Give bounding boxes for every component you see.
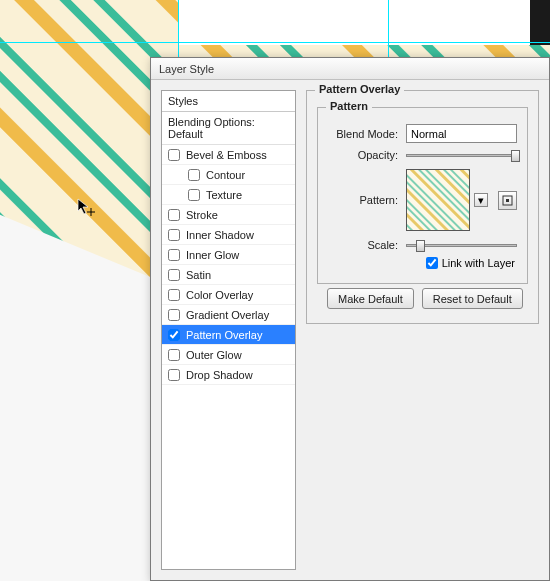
style-item-inner-glow[interactable]: Inner Glow [162,245,295,265]
style-item-checkbox[interactable] [168,289,180,301]
guide-horizontal[interactable] [0,42,550,43]
style-item-label: Inner Shadow [186,229,254,241]
style-item-checkbox[interactable] [168,229,180,241]
pattern-swatch[interactable] [406,169,470,231]
cursor-pointer-icon [77,198,95,216]
settings-panel: Pattern Overlay Pattern Blend Mode: Norm… [306,90,539,570]
style-item-checkbox[interactable] [168,369,180,381]
style-item-drop-shadow[interactable]: Drop Shadow [162,365,295,385]
svg-rect-11 [506,199,509,202]
reset-default-label: Reset to Default [433,293,512,305]
style-item-checkbox[interactable] [168,209,180,221]
style-item-label: Bevel & Emboss [186,149,267,161]
style-item-label: Satin [186,269,211,281]
reset-default-button[interactable]: Reset to Default [422,288,523,309]
style-item-label: Drop Shadow [186,369,253,381]
style-item-satin[interactable]: Satin [162,265,295,285]
style-item-outer-glow[interactable]: Outer Glow [162,345,295,365]
pattern-overlay-group: Pattern Overlay Pattern Blend Mode: Norm… [306,90,539,324]
pattern-swatch-preview [406,169,470,231]
pattern-row: Pattern: [328,169,517,231]
style-item-label: Color Overlay [186,289,253,301]
blend-mode-select[interactable]: Normal [406,124,517,143]
styles-header[interactable]: Styles [162,91,295,112]
slider-thumb[interactable] [416,240,425,252]
group-title: Pattern Overlay [315,83,404,95]
make-default-label: Make Default [338,293,403,305]
snap-origin-icon [502,195,513,206]
style-item-checkbox[interactable] [168,149,180,161]
snap-to-origin-button[interactable] [498,191,517,210]
pattern-picker-dropdown[interactable]: ▾ [474,193,488,207]
style-item-checkbox[interactable] [188,169,200,181]
pattern-inner-group: Pattern Blend Mode: Normal Opacity: [317,107,528,284]
style-item-label: Inner Glow [186,249,239,261]
style-item-label: Texture [206,189,242,201]
scale-slider[interactable] [406,244,517,247]
dialog-titlebar[interactable]: Layer Style [151,58,549,80]
style-list: Bevel & EmbossContourTextureStrokeInner … [162,145,295,569]
styles-panel: Styles Blending Options: Default Bevel &… [161,90,296,570]
style-item-label: Pattern Overlay [186,329,262,341]
blend-mode-row: Blend Mode: Normal [328,124,517,143]
dialog-body: Styles Blending Options: Default Bevel &… [151,80,549,580]
style-item-checkbox[interactable] [188,189,200,201]
style-item-label: Contour [206,169,245,181]
dialog-title: Layer Style [159,63,214,75]
canvas-dark-strip [530,0,550,45]
make-default-button[interactable]: Make Default [327,288,414,309]
svg-rect-9 [406,169,470,231]
default-buttons-row: Make Default Reset to Default [317,288,528,309]
style-item-checkbox[interactable] [168,349,180,361]
style-item-checkbox[interactable] [168,309,180,321]
style-item-bevel-emboss[interactable]: Bevel & Emboss [162,145,295,165]
link-with-layer-row: Link with Layer [328,257,517,269]
opacity-row: Opacity: [328,149,517,161]
inner-group-title: Pattern [326,100,372,112]
blend-mode-value: Normal [411,128,446,140]
style-item-stroke[interactable]: Stroke [162,205,295,225]
style-item-label: Outer Glow [186,349,242,361]
pattern-label: Pattern: [328,194,406,206]
blend-mode-label: Blend Mode: [328,128,406,140]
style-item-label: Stroke [186,209,218,221]
style-item-contour[interactable]: Contour [162,165,295,185]
link-with-layer-checkbox[interactable] [426,257,438,269]
link-with-layer-label[interactable]: Link with Layer [442,257,515,269]
slider-thumb[interactable] [511,150,520,162]
style-item-inner-shadow[interactable]: Inner Shadow [162,225,295,245]
scale-label: Scale: [328,239,406,251]
style-item-checkbox[interactable] [168,249,180,261]
style-item-checkbox[interactable] [168,329,180,341]
style-item-texture[interactable]: Texture [162,185,295,205]
style-item-color-overlay[interactable]: Color Overlay [162,285,295,305]
blending-options-row[interactable]: Blending Options: Default [162,112,295,145]
style-item-label: Gradient Overlay [186,309,269,321]
artboard-area [178,0,530,45]
style-item-pattern-overlay[interactable]: Pattern Overlay [162,325,295,345]
layer-style-dialog: Layer Style Styles Blending Options: Def… [150,57,550,581]
style-item-gradient-overlay[interactable]: Gradient Overlay [162,305,295,325]
scale-row: Scale: [328,239,517,251]
opacity-slider[interactable] [406,154,517,157]
style-item-checkbox[interactable] [168,269,180,281]
chevron-down-icon: ▾ [478,194,484,207]
opacity-label: Opacity: [328,149,406,161]
